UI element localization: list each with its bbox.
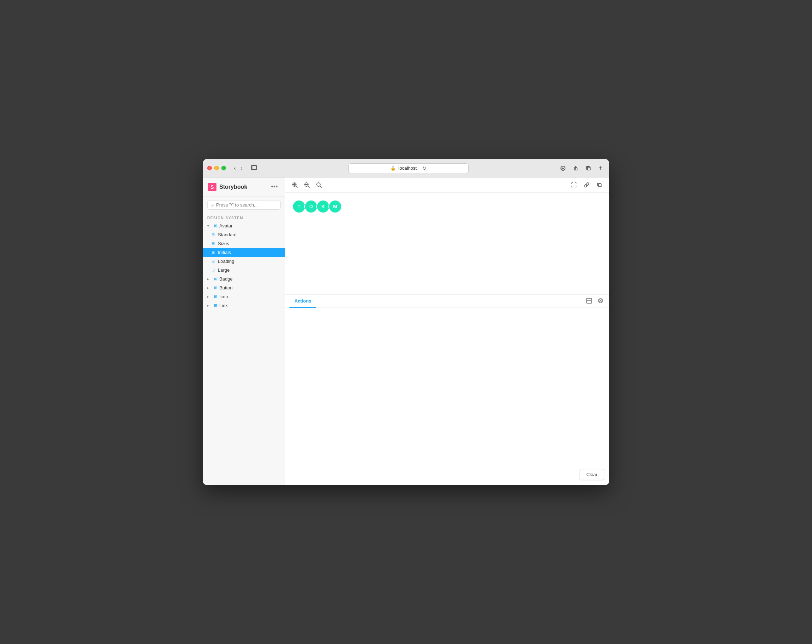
- refresh-button[interactable]: ↻: [422, 165, 427, 171]
- zoom-in-icon: [292, 182, 298, 188]
- new-tab-button[interactable]: +: [596, 163, 605, 173]
- clear-button[interactable]: Clear: [580, 469, 604, 480]
- share-icon: [573, 165, 578, 171]
- forward-button[interactable]: ›: [238, 164, 244, 173]
- share-button[interactable]: [571, 163, 581, 173]
- sidebar-label-standard: Standard: [218, 232, 237, 237]
- download-icon: [560, 165, 566, 171]
- sidebar-item-link[interactable]: ▸ ⊞ Link: [203, 301, 285, 310]
- sidebar-item-initials[interactable]: ⊟ Initials: [203, 248, 285, 257]
- download-button[interactable]: [558, 163, 568, 173]
- search-icon: ⌕: [211, 202, 214, 208]
- zoom-reset-button[interactable]: [313, 180, 324, 189]
- story-icon: ⊟: [212, 232, 217, 237]
- lock-icon: 🔒: [391, 166, 396, 171]
- copy-link-button[interactable]: [582, 180, 592, 189]
- chevron-right-icon: ▸: [207, 304, 212, 307]
- layout-icon: [586, 298, 592, 304]
- svg-rect-15: [598, 184, 601, 187]
- canvas-preview: T D K M: [285, 193, 609, 295]
- minimize-button[interactable]: [214, 166, 219, 170]
- maximize-button[interactable]: [221, 166, 226, 170]
- sidebar-label-icon: Icon: [219, 294, 228, 299]
- sidebar-label-avatar: Avatar: [219, 223, 232, 229]
- zoom-in-button[interactable]: [290, 180, 300, 189]
- sidebar-toggle-button[interactable]: [249, 163, 259, 173]
- chevron-down-icon: ▾: [207, 224, 212, 228]
- section-label: DESIGN SYSTEM: [203, 213, 285, 221]
- panel-tabs: Actions: [285, 295, 609, 308]
- avatar-D: D: [304, 200, 318, 213]
- panel-content: Clear: [285, 308, 609, 485]
- sidebar-item-button[interactable]: ▸ ⊞ Button: [203, 283, 285, 292]
- avatar-T: T: [292, 200, 306, 213]
- link-icon: [584, 182, 589, 188]
- zoom-out-icon: [304, 182, 310, 188]
- sidebar-label-initials: Initials: [218, 250, 231, 255]
- canvas-area: T D K M Actions: [285, 177, 609, 485]
- component-icon: ⊞: [213, 295, 218, 299]
- chevron-right-icon: ▸: [207, 295, 212, 299]
- story-icon: ⊟: [212, 241, 217, 246]
- chevron-right-icon: ▸: [207, 277, 212, 281]
- back-button[interactable]: ‹: [232, 164, 238, 173]
- toolbar-right: +: [558, 163, 605, 173]
- search-container: ⌕: [203, 197, 285, 213]
- story-icon-active: ⊟: [212, 250, 217, 255]
- canvas-tools-right: [569, 180, 605, 189]
- canvas-toolbar: [285, 177, 609, 193]
- svg-line-11: [308, 186, 309, 188]
- svg-rect-5: [588, 167, 590, 170]
- traffic-lights: [207, 166, 226, 170]
- nav-buttons: ‹ ›: [232, 164, 245, 173]
- component-icon: ⊞: [213, 277, 218, 281]
- sidebar-item-badge[interactable]: ▸ ⊞ Badge: [203, 275, 285, 283]
- component-icon: ⊞: [213, 285, 218, 290]
- sidebar-label-badge: Badge: [219, 276, 233, 282]
- duplicate-icon: [586, 165, 591, 171]
- sidebar-item-standard[interactable]: ⊟ Standard: [203, 230, 285, 239]
- address-bar[interactable]: 🔒 localhost ↻: [348, 163, 469, 173]
- tab-actions[interactable]: Actions: [290, 295, 316, 308]
- copy-button[interactable]: [594, 180, 605, 189]
- component-icon: ⊞: [213, 303, 218, 308]
- panel-layout-button[interactable]: [585, 296, 594, 306]
- avatar-K: K: [316, 200, 330, 213]
- fullscreen-button[interactable]: [569, 180, 579, 189]
- app-window: ‹ › 🔒 localhost ↻: [203, 159, 609, 485]
- sidebar-label-link: Link: [219, 303, 228, 308]
- sidebar-label-button: Button: [219, 285, 233, 290]
- sidebar-item-icon[interactable]: ▸ ⊞ Icon: [203, 292, 285, 301]
- svg-line-7: [296, 186, 297, 188]
- fullscreen-icon: [571, 182, 577, 188]
- storybook-header: S Storybook •••: [203, 177, 285, 197]
- search-input-wrapper[interactable]: ⌕: [207, 200, 281, 210]
- storybook-logo: S Storybook: [208, 183, 247, 191]
- panel-close-button[interactable]: [596, 296, 605, 306]
- sidebar-label-loading: Loading: [218, 259, 234, 264]
- story-icon: ⊟: [212, 259, 217, 264]
- main-content: S Storybook ••• ⌕ DESIGN SYSTEM ▾ ⊞ Avat…: [203, 177, 609, 485]
- sidebar-item-large[interactable]: ⊟ Large: [203, 266, 285, 275]
- storybook-logo-icon: S: [208, 183, 217, 191]
- address-bar-container: 🔒 localhost ↻: [262, 163, 556, 173]
- svg-rect-0: [252, 165, 256, 170]
- chevron-right-icon: ▸: [207, 286, 212, 290]
- svg-line-14: [320, 186, 321, 188]
- panel-tabs-right: [585, 296, 605, 306]
- duplicate-button[interactable]: [583, 163, 594, 173]
- sidebar-item-sizes[interactable]: ⊟ Sizes: [203, 239, 285, 248]
- copy-icon: [597, 182, 602, 188]
- zoom-out-button[interactable]: [302, 180, 312, 189]
- close-icon: [598, 298, 603, 304]
- sidebar-label-large: Large: [218, 267, 230, 273]
- sidebar-item-loading[interactable]: ⊟ Loading: [203, 257, 285, 266]
- bottom-panel: Actions: [285, 295, 609, 485]
- canvas-tools-left: [290, 180, 324, 189]
- sidebar-icon: [251, 165, 257, 170]
- search-input[interactable]: [216, 202, 277, 208]
- sidebar-item-avatar[interactable]: ▾ ⊞ Avatar: [203, 221, 285, 230]
- more-options-button[interactable]: •••: [269, 182, 280, 191]
- close-button[interactable]: [207, 166, 212, 170]
- sidebar: S Storybook ••• ⌕ DESIGN SYSTEM ▾ ⊞ Avat…: [203, 177, 285, 485]
